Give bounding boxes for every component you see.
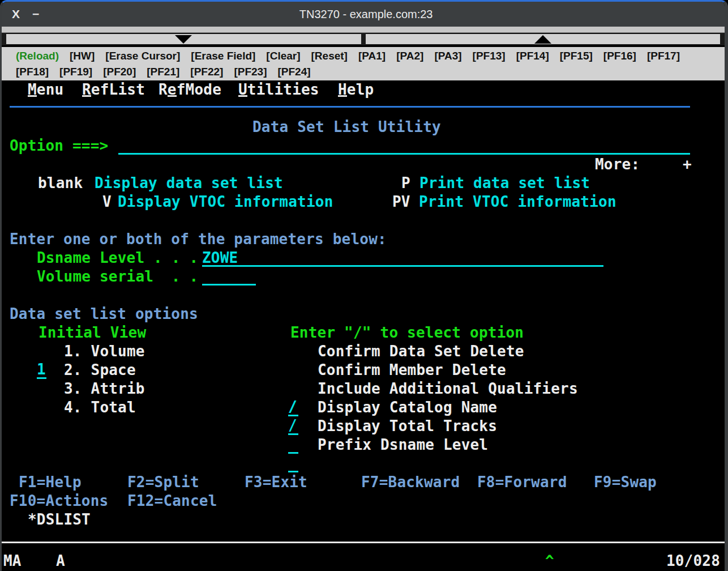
options-heading: Data set list options: [10, 305, 198, 323]
terminal-screen[interactable]: Menu RefList RefMode Utilities Help Data…: [2, 80, 725, 571]
menu-mnemonic: e: [168, 80, 177, 97]
collapse-bars: [2, 33, 725, 47]
fkey-f10: F10=Actions: [10, 492, 108, 510]
close-icon[interactable]: X: [12, 7, 20, 21]
oia-cursor-position: 10/028: [666, 548, 720, 571]
screen-name: *DSLIST: [28, 510, 91, 529]
command-label: Print VTOC information: [419, 193, 616, 211]
volume-serial-input[interactable]: [202, 284, 256, 286]
terminal-row: Display Total Tracks: [2, 417, 725, 436]
fkey-row: F1=Help F2=Split F3=Exit F7=Backward F8=…: [2, 473, 725, 492]
pf17-button[interactable]: [PF17]: [647, 50, 680, 62]
command-key: PV: [392, 193, 410, 211]
menu-label: tilities: [247, 81, 319, 98]
keypad-row-2: [PF18] [PF19] [PF20] [PF21] [PF22] [PF23…: [16, 64, 725, 80]
pf21-button[interactable]: [PF21]: [147, 66, 179, 78]
reset-button[interactable]: [Reset]: [311, 50, 348, 62]
terminal-row: 1 1. Volume / Confirm Data Set Delete: [2, 342, 725, 361]
fkey-f2: F2=Split: [127, 473, 199, 492]
pa2-button[interactable]: [PA2]: [396, 50, 423, 62]
option-prompt-label: Option ===>: [10, 137, 108, 155]
terminal-row: Initial View Enter "/" to select option: [2, 323, 725, 342]
menu-mnemonic: R: [82, 80, 91, 97]
initial-view-heading: Initial View: [38, 323, 146, 342]
oia-lang: A: [56, 548, 65, 571]
collapse-bar-left[interactable]: [6, 33, 361, 45]
command-key: blank: [38, 174, 83, 193]
pf23-button[interactable]: [PF23]: [234, 66, 267, 78]
triangle-up-icon: [534, 35, 551, 44]
pf14-button[interactable]: [PF14]: [516, 50, 549, 62]
menu-item-refmode[interactable]: RefMode: [159, 80, 221, 99]
oia-separator-line: [2, 542, 725, 543]
initial-view-item: 4. Total: [64, 398, 136, 417]
terminal-row: Prefix Dsname Level: [2, 436, 725, 454]
minimize-icon[interactable]: −: [32, 7, 39, 21]
volume-serial-label: Volume serial . .: [37, 267, 198, 286]
select-option-heading: Enter "/" to select option: [290, 323, 524, 342]
terminal-row: Data Set List Utility: [2, 118, 725, 137]
fkey-f9: F9=Swap: [594, 473, 657, 492]
command-key: P: [401, 174, 410, 193]
collapse-bar-right[interactable]: [366, 33, 721, 45]
select-option-label: Display Catalog Name: [318, 398, 497, 417]
reload-button[interactable]: (Reload): [16, 50, 59, 62]
fkey-f1: F1=Help: [19, 473, 82, 492]
select-option-label: Confirm Data Set Delete: [318, 342, 524, 361]
erase-field-button[interactable]: [Erase Field]: [191, 50, 255, 62]
pf19-button[interactable]: [PF19]: [59, 66, 92, 78]
pf22-button[interactable]: [PF22]: [190, 66, 223, 78]
fkey-f12: F12=Cancel: [127, 492, 217, 510]
menu-item-utilities[interactable]: Utilities: [238, 80, 319, 99]
select-option-label: Prefix Dsname Level: [318, 436, 488, 454]
oia-indicator-icon: ^: [545, 548, 554, 571]
pf18-button[interactable]: [PF18]: [16, 66, 49, 78]
pa1-button[interactable]: [PA1]: [358, 50, 386, 62]
initial-view-item: 1. Volume: [64, 342, 145, 361]
pf15-button[interactable]: [PF15]: [560, 50, 593, 62]
pf16-button[interactable]: [PF16]: [603, 50, 636, 62]
terminal-row: 4. Total Display Catalog Name: [2, 398, 725, 417]
dsname-level-label: Dsname Level . . .: [37, 249, 198, 267]
params-heading: Enter one or both of the parameters belo…: [10, 230, 387, 249]
terminal-row: Enter one or both of the parameters belo…: [2, 230, 725, 249]
oia-status: MA: [3, 548, 22, 571]
menu-item-help[interactable]: Help: [338, 80, 374, 99]
menu-bar: Menu RefList RefMode Utilities Help: [2, 80, 725, 99]
menu-label: enu: [37, 81, 64, 98]
terminal-row: 2. Space / Confirm Member Delete: [2, 361, 725, 380]
fkey-row: F10=Actions F12=Cancel: [2, 492, 725, 510]
pf20-button[interactable]: [PF20]: [103, 66, 136, 78]
menu-label: fMode: [177, 81, 221, 98]
pf24-button[interactable]: [PF24]: [277, 66, 310, 78]
pa3-button[interactable]: [PA3]: [434, 50, 461, 62]
menu-label: elp: [347, 81, 374, 98]
terminal-row: Volume serial . .: [2, 267, 725, 286]
clear-button[interactable]: [Clear]: [266, 50, 300, 62]
select-option-label: Include Additional Qualifiers: [318, 380, 578, 398]
menu-label: efList: [91, 81, 145, 98]
fkey-f3: F3=Exit: [245, 473, 307, 492]
panel-title: Data Set List Utility: [252, 118, 441, 137]
menu-mnemonic: U: [238, 80, 247, 97]
terminal-row: Data set list options: [2, 305, 725, 323]
terminal-row: 3. Attrib / Include Additional Qualifier…: [2, 380, 725, 398]
triangle-down-icon: [175, 35, 192, 44]
select-option-input[interactable]: [288, 454, 298, 472]
hw-button[interactable]: [HW]: [70, 50, 95, 62]
command-label: Display VTOC information: [118, 193, 333, 211]
initial-view-item: 2. Space: [64, 361, 136, 380]
command-label: Print data set list: [419, 174, 590, 193]
option-input[interactable]: [118, 153, 690, 155]
tn3270-window: X − TN3270 - example.com:23 (Reload) [HW…: [0, 0, 728, 571]
menu-item-menu[interactable]: Menu: [28, 80, 63, 99]
dsname-level-input[interactable]: [202, 265, 603, 267]
fkey-f7: F7=Backward: [361, 473, 460, 492]
menu-item-reflist[interactable]: RefList: [82, 80, 145, 99]
more-indicator: +: [683, 155, 692, 174]
pf13-button[interactable]: [PF13]: [473, 50, 506, 62]
select-option-label: Confirm Member Delete: [318, 361, 506, 380]
erase-cursor-button[interactable]: [Erase Cursor]: [105, 50, 180, 62]
keypad-row-1: (Reload) [HW] [Erase Cursor] [Erase Fiel…: [16, 48, 725, 64]
terminal-row: V Display VTOC information PV Print VTOC…: [2, 193, 725, 211]
